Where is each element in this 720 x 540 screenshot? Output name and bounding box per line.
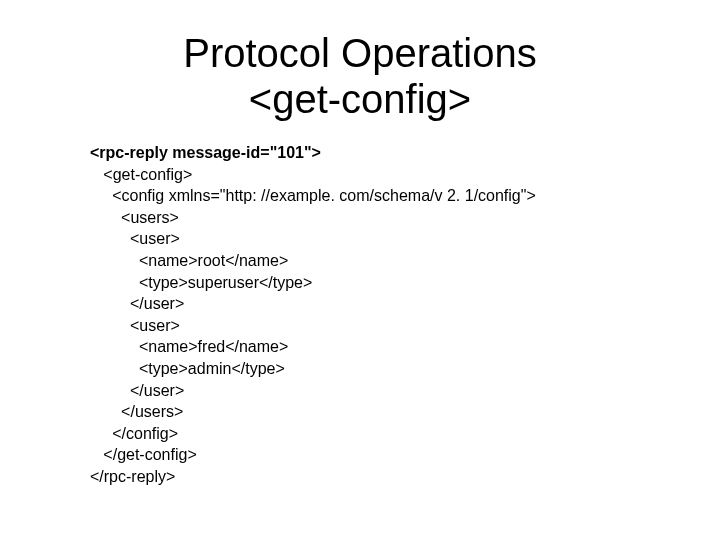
code-line: </user> — [90, 382, 184, 399]
code-line: </user> — [90, 295, 184, 312]
code-line: <rpc-reply message-id="101"> — [90, 144, 321, 161]
code-block: <rpc-reply message-id="101"> <get-config… — [90, 142, 720, 488]
code-line: <user> — [90, 317, 180, 334]
code-line: </get-config> — [90, 446, 197, 463]
code-line: <name>fred</name> — [90, 338, 288, 355]
code-line: </users> — [90, 403, 183, 420]
code-line: <users> — [90, 209, 179, 226]
slide: Protocol Operations <get-config> <rpc-re… — [0, 0, 720, 540]
code-line: <type>admin</type> — [90, 360, 285, 377]
title-line-1: Protocol Operations — [183, 31, 537, 75]
title-line-2: <get-config> — [249, 77, 471, 121]
code-line: </config> — [90, 425, 178, 442]
code-line: <name>root</name> — [90, 252, 288, 269]
code-line: <type>superuser</type> — [90, 274, 312, 291]
code-line: <user> — [90, 230, 180, 247]
code-line: <get-config> — [90, 166, 192, 183]
slide-title: Protocol Operations <get-config> — [0, 30, 720, 122]
code-line: </rpc-reply> — [90, 468, 175, 485]
code-line: <config xmlns="http: //example. com/sche… — [90, 187, 536, 204]
